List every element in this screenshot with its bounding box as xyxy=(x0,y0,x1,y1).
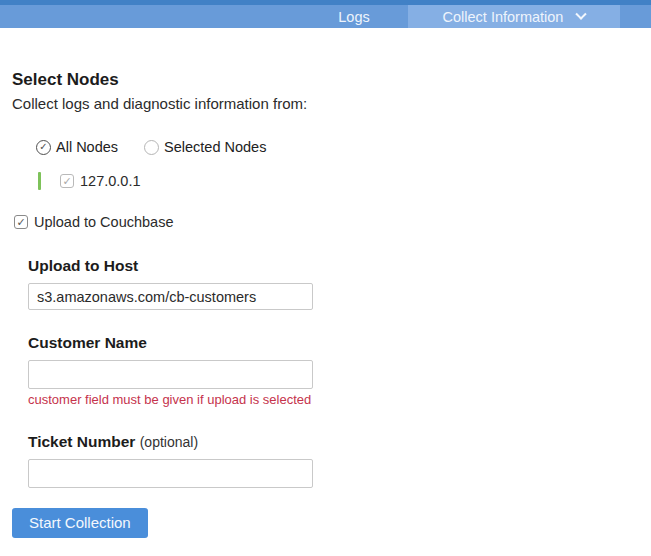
node-status-indicator xyxy=(38,172,41,190)
tab-logs-label: Logs xyxy=(338,9,369,25)
upload-host-field-group: Upload to Host xyxy=(28,257,651,310)
chevron-down-icon xyxy=(576,8,587,19)
radio-all-nodes-label: All Nodes xyxy=(56,139,118,155)
radio-unchecked-icon[interactable] xyxy=(144,140,159,155)
upload-to-couchbase-checkbox-row[interactable]: ✓ Upload to Couchbase xyxy=(14,214,651,230)
check-icon: ✓ xyxy=(16,217,25,228)
page-title: Select Nodes xyxy=(12,70,651,90)
radio-all-nodes[interactable]: ✓ All Nodes xyxy=(36,139,118,155)
ticket-number-field-group: Ticket Number (optional) xyxy=(28,433,651,488)
node-checkbox[interactable]: ✓ xyxy=(60,174,74,188)
radio-checked-icon[interactable]: ✓ xyxy=(36,140,51,155)
customer-name-error: customer field must be given if upload i… xyxy=(28,392,651,407)
upload-checkbox[interactable]: ✓ xyxy=(14,215,28,229)
customer-name-label: Customer Name xyxy=(28,334,651,352)
node-scope-radio-group: ✓ All Nodes Selected Nodes xyxy=(36,139,651,155)
customer-name-field-group: Customer Name customer field must be giv… xyxy=(28,334,651,407)
node-list-item: ✓ 127.0.0.1 xyxy=(38,172,651,190)
tab-collect-information-label: Collect Information xyxy=(443,9,564,25)
customer-name-input[interactable] xyxy=(28,360,313,389)
tab-logs[interactable]: Logs xyxy=(300,5,408,28)
radio-selected-nodes[interactable]: Selected Nodes xyxy=(144,139,266,155)
tab-collect-information[interactable]: Collect Information xyxy=(408,5,620,28)
node-address: 127.0.0.1 xyxy=(80,173,140,189)
check-icon: ✓ xyxy=(62,176,71,187)
header-nav-bar: Logs Collect Information xyxy=(0,5,651,28)
ticket-number-label-text: Ticket Number xyxy=(28,433,140,450)
upload-checkbox-label: Upload to Couchbase xyxy=(34,214,173,230)
upload-host-label: Upload to Host xyxy=(28,257,651,275)
collect-information-panel: Select Nodes Collect logs and diagnostic… xyxy=(0,70,651,538)
start-collection-button[interactable]: Start Collection xyxy=(12,508,148,538)
radio-selected-nodes-label: Selected Nodes xyxy=(164,139,266,155)
ticket-number-optional-hint: (optional) xyxy=(140,434,198,450)
ticket-number-input[interactable] xyxy=(28,459,313,488)
upload-host-input[interactable] xyxy=(28,283,313,310)
ticket-number-label: Ticket Number (optional) xyxy=(28,433,651,451)
page-subtitle: Collect logs and diagnostic information … xyxy=(12,95,651,112)
check-icon: ✓ xyxy=(39,142,47,152)
